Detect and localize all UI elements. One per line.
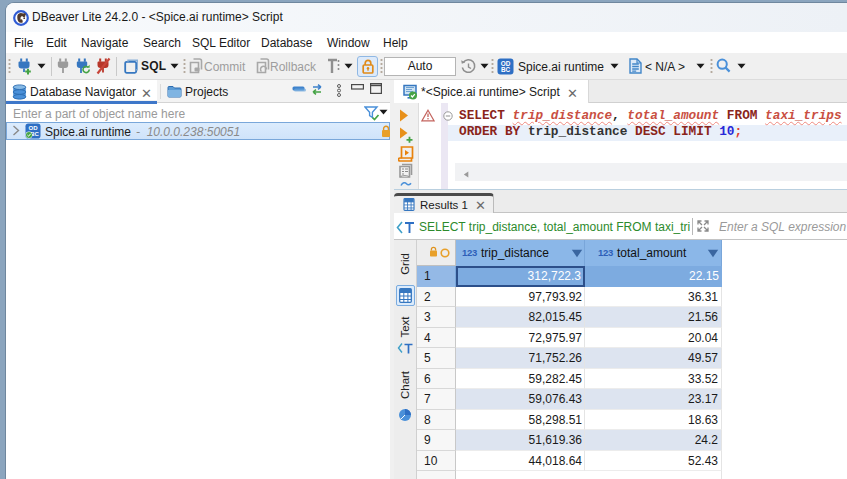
svg-text:BC: BC: [501, 66, 511, 73]
svg-text:OD: OD: [29, 125, 39, 131]
